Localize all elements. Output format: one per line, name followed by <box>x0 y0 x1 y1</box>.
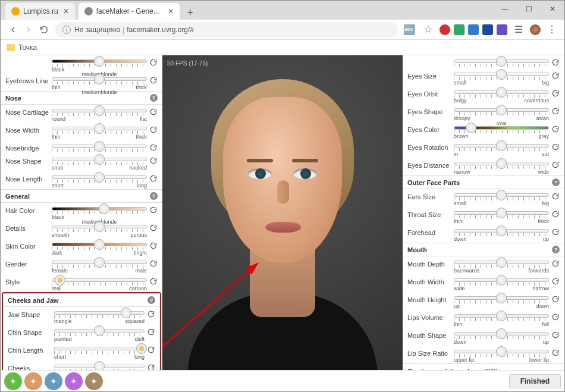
finished-button[interactable]: Finished <box>509 374 561 388</box>
help-icon[interactable]: ? <box>552 246 560 253</box>
slider[interactable]: droopyasian oval <box>454 106 549 121</box>
ext-green-icon[interactable] <box>454 24 464 35</box>
close-icon[interactable]: ✕ <box>168 7 174 15</box>
slider-min-label: dark <box>52 250 62 256</box>
slider[interactable]: thinfull <box>454 312 549 327</box>
help-icon[interactable]: ? <box>147 296 155 304</box>
minimize-button[interactable]: — <box>493 1 517 17</box>
slider[interactable]: black mediumblonde <box>52 205 147 220</box>
slider-label: Eyes Color <box>407 124 454 133</box>
reset-icon[interactable] <box>149 76 159 86</box>
slider[interactable]: snubhooked <box>52 155 147 171</box>
reset-icon[interactable] <box>149 108 159 117</box>
help-icon[interactable]: ? <box>552 178 560 186</box>
new-tab-button[interactable]: + <box>183 5 197 20</box>
star-icon[interactable]: ☆ <box>420 22 436 37</box>
reset-icon[interactable] <box>551 89 561 99</box>
translate-icon[interactable]: 🔤 <box>401 22 417 37</box>
slider[interactable]: thinthick <box>454 209 549 224</box>
reset-icon[interactable] <box>551 71 561 81</box>
reset-icon[interactable] <box>149 259 159 269</box>
reset-icon[interactable] <box>551 58 561 68</box>
close-icon[interactable]: ✕ <box>63 7 69 15</box>
address-field[interactable]: i Не защищено | facemaker.uvrg.org/# <box>55 22 398 37</box>
slider[interactable]: darkbright <box>52 240 147 256</box>
reset-icon[interactable] <box>149 242 159 251</box>
slider[interactable]: browngrey <box>454 124 549 139</box>
slider[interactable]: realcartoon <box>52 276 147 291</box>
close-window-button[interactable]: ✕ <box>541 1 564 17</box>
slider[interactable]: upper liplower lip <box>454 347 549 363</box>
reset-icon[interactable] <box>551 295 561 305</box>
reset-icon[interactable] <box>147 346 156 355</box>
slider[interactable] <box>52 142 147 152</box>
back-button[interactable] <box>5 22 21 37</box>
slider[interactable]: pointedcleft <box>54 327 145 342</box>
forward-button[interactable] <box>21 22 36 37</box>
reset-icon[interactable] <box>149 174 159 184</box>
reset-icon[interactable] <box>551 125 561 134</box>
slider[interactable]: widenarrow <box>454 276 549 291</box>
ext-blue-icon[interactable] <box>468 24 479 35</box>
reset-icon[interactable] <box>147 328 156 337</box>
slider[interactable]: inout <box>454 142 549 157</box>
reset-icon[interactable] <box>149 58 159 68</box>
reset-icon[interactable] <box>147 310 156 319</box>
slider-label: Hair Color <box>5 205 52 214</box>
reset-icon[interactable] <box>551 277 561 287</box>
viewport-3d[interactable]: 50 FPS (17-75) <box>162 55 403 391</box>
reading-list-icon[interactable]: ☰ <box>511 22 526 37</box>
slider[interactable]: smallbig <box>454 70 549 86</box>
slider-min-label: black <box>52 214 64 220</box>
slider[interactable]: downup <box>454 330 549 345</box>
slider[interactable]: black mediumblonde <box>52 57 147 73</box>
slider[interactable] <box>454 57 549 67</box>
reset-icon[interactable] <box>149 206 159 215</box>
slider[interactable]: femalemale <box>52 258 147 274</box>
menu-icon[interactable]: ⋮ <box>544 22 560 37</box>
reset-icon[interactable] <box>149 224 159 233</box>
reset-icon[interactable] <box>551 143 561 152</box>
reset-icon[interactable] <box>149 143 159 153</box>
slider[interactable]: thinthick <box>52 124 147 140</box>
reset-icon[interactable] <box>551 228 561 237</box>
ext-purple-icon[interactable] <box>497 24 507 35</box>
reset-icon[interactable] <box>551 331 561 340</box>
tab-lumpics[interactable]: Lumpics.ru ✕ <box>5 3 75 20</box>
slider[interactable]: smoothporous <box>52 222 147 238</box>
slider[interactable]: trianglesquared <box>54 309 145 324</box>
maximize-button[interactable]: ☐ <box>517 1 541 17</box>
slider[interactable]: bulgycovernous <box>454 88 549 104</box>
reset-icon[interactable] <box>551 192 561 202</box>
slider[interactable]: roundflat <box>52 106 147 122</box>
reset-icon[interactable] <box>551 259 561 269</box>
help-icon[interactable]: ? <box>150 192 158 200</box>
slider[interactable]: smallbig <box>454 191 549 206</box>
profile-avatar[interactable] <box>530 24 541 35</box>
tab-facemaker[interactable]: faceMaker - Generate your favou ✕ <box>79 3 180 20</box>
info-icon[interactable]: i <box>62 26 71 34</box>
reset-icon[interactable] <box>149 126 159 135</box>
reset-icon[interactable] <box>551 349 561 358</box>
reset-icon[interactable] <box>551 313 561 322</box>
reset-icon[interactable] <box>149 277 159 287</box>
reset-icon[interactable] <box>149 156 159 166</box>
reset-icon[interactable] <box>551 210 561 219</box>
slider[interactable]: backwardsforwards <box>454 258 549 274</box>
slider[interactable]: shortlong <box>52 173 147 189</box>
ext-shield-icon[interactable] <box>482 24 493 35</box>
slider[interactable]: narrowwide <box>454 159 549 175</box>
slider[interactable]: thinthick mediumblonde <box>52 75 147 90</box>
slider-label: Mouth Shape <box>407 330 454 339</box>
reset-icon[interactable] <box>551 161 561 170</box>
slider-label: Throat Size <box>407 209 454 218</box>
ext-opera-icon[interactable] <box>440 24 450 35</box>
reload-button[interactable] <box>36 22 52 37</box>
slider[interactable]: shortlong <box>54 344 145 360</box>
slider[interactable]: updown <box>454 294 549 309</box>
section-title: Cheeks and Jaw <box>8 297 59 304</box>
help-icon[interactable]: ? <box>150 94 158 102</box>
reset-icon[interactable] <box>551 107 561 117</box>
bookmark-item[interactable]: Точка <box>18 43 37 52</box>
slider[interactable]: downup <box>454 227 549 242</box>
